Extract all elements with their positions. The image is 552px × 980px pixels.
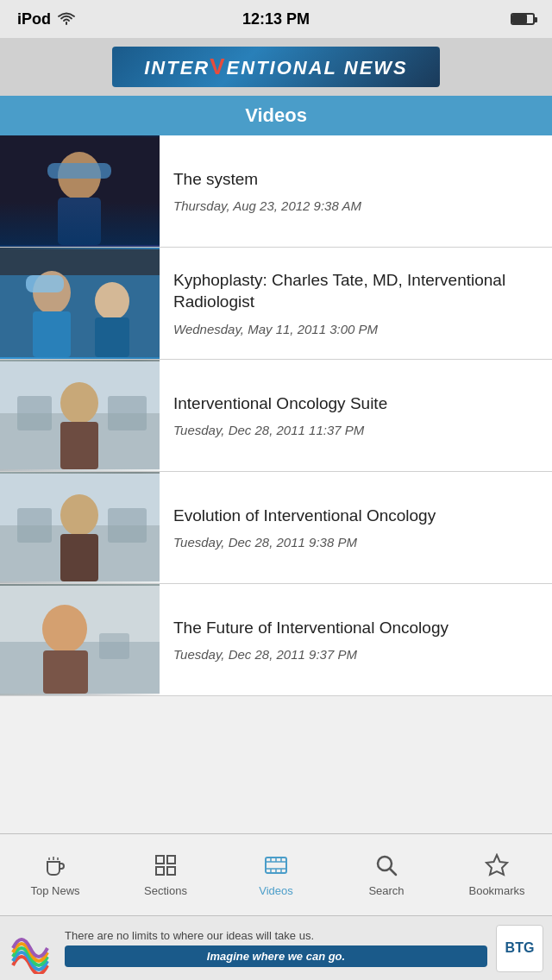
svg-rect-20	[60, 534, 98, 581]
ad-banner: There are no limits to where our ideas w…	[0, 915, 552, 980]
video-date-5: Tuesday, Dec 28, 2011 9:37 PM	[173, 647, 538, 662]
video-thumbnail-4	[0, 472, 160, 583]
tab-search-label: Search	[368, 884, 404, 897]
video-date-1: Thursday, Aug 23, 2012 9:38 AM	[173, 198, 538, 213]
tab-bookmarks-label: Bookmarks	[468, 884, 524, 897]
svg-rect-14	[60, 422, 98, 469]
device-name: iPod	[17, 10, 51, 28]
video-info-3: Interventional Oncology Suite Tuesday, D…	[160, 360, 552, 471]
battery-icon	[511, 13, 535, 25]
video-thumbnail-3	[0, 360, 160, 471]
ad-content: There are no limits to where our ideas w…	[65, 929, 487, 967]
video-date-3: Tuesday, Dec 28, 2011 11:37 PM	[173, 423, 538, 437]
film-icon	[264, 853, 288, 881]
header-logo-area: INTERVENTIONAL NEWS	[0, 38, 552, 96]
tab-search[interactable]: Search	[331, 846, 442, 904]
coffee-icon	[43, 853, 67, 881]
video-thumbnail-1	[0, 135, 160, 247]
logo-text: INTERVENTIONAL NEWS	[144, 57, 408, 79]
video-info-4: Evolution of Interventional Oncology Tue…	[160, 472, 552, 583]
video-thumbnail-2	[0, 248, 160, 359]
svg-rect-27	[99, 633, 129, 659]
video-info-2: Kyphoplasty: Charles Tate, MD, Intervent…	[160, 248, 552, 359]
svg-rect-16	[108, 396, 147, 430]
status-bar: iPod 12:13 PM	[0, 0, 552, 38]
video-thumbnail-5	[0, 584, 160, 695]
tab-top-news-label: Top News	[30, 884, 79, 897]
tab-videos[interactable]: Videos	[221, 846, 331, 904]
grid-icon	[154, 853, 178, 881]
svg-rect-7	[33, 311, 71, 357]
video-title-5: The Future of Interventional Oncology	[173, 618, 538, 639]
svg-line-45	[390, 869, 396, 875]
table-row[interactable]: The system Thursday, Aug 23, 2012 9:38 A…	[0, 135, 552, 248]
btg-logo: BTG	[496, 925, 543, 972]
star-icon	[485, 853, 509, 881]
svg-rect-33	[156, 867, 164, 875]
status-right	[511, 13, 535, 25]
search-icon	[374, 853, 398, 881]
tab-top-news[interactable]: Top News	[0, 846, 110, 904]
section-header: Videos	[0, 96, 552, 135]
svg-rect-8	[26, 275, 64, 292]
video-title-3: Interventional Oncology Suite	[173, 393, 538, 415]
status-left: iPod	[17, 10, 75, 28]
tab-videos-label: Videos	[259, 884, 293, 897]
tab-bar: Top News Sections	[0, 833, 552, 915]
svg-point-13	[60, 382, 98, 424]
svg-marker-46	[486, 855, 507, 875]
svg-rect-21	[17, 508, 52, 543]
ad-button[interactable]: Imagine where we can go.	[65, 945, 487, 967]
svg-rect-15	[17, 396, 52, 430]
table-row[interactable]: Evolution of Interventional Oncology Tue…	[0, 472, 552, 584]
svg-rect-34	[167, 867, 175, 875]
video-date-4: Tuesday, Dec 28, 2011 9:38 PM	[173, 535, 538, 550]
wifi-icon	[58, 12, 75, 26]
svg-point-9	[95, 282, 129, 320]
status-time: 12:13 PM	[242, 10, 310, 28]
video-info-5: The Future of Interventional Oncology Tu…	[160, 584, 552, 695]
video-title-1: The system	[173, 169, 538, 191]
ad-waves-graphic	[9, 922, 56, 974]
table-row[interactable]: Kyphoplasty: Charles Tate, MD, Intervent…	[0, 248, 552, 360]
svg-rect-10	[95, 317, 129, 357]
video-list: The system Thursday, Aug 23, 2012 9:38 A…	[0, 135, 552, 841]
video-list-container: The system Thursday, Aug 23, 2012 9:38 A…	[0, 135, 552, 696]
video-info-1: The system Thursday, Aug 23, 2012 9:38 A…	[160, 135, 552, 247]
video-date-2: Wednesday, May 11, 2011 3:00 PM	[173, 322, 538, 336]
tab-sections[interactable]: Sections	[110, 846, 221, 904]
tab-bookmarks[interactable]: Bookmarks	[442, 846, 552, 904]
section-title: Videos	[245, 104, 307, 126]
ad-text-top: There are no limits to where our ideas w…	[65, 929, 487, 942]
svg-rect-26	[43, 650, 88, 694]
svg-rect-31	[156, 856, 164, 864]
video-title-4: Evolution of Interventional Oncology	[173, 506, 538, 527]
table-row[interactable]: Interventional Oncology Suite Tuesday, D…	[0, 360, 552, 472]
table-row[interactable]: The Future of Interventional Oncology Tu…	[0, 584, 552, 696]
svg-rect-3	[47, 163, 111, 179]
tab-sections-label: Sections	[144, 884, 187, 897]
video-title-2: Kyphoplasty: Charles Tate, MD, Intervent…	[173, 270, 538, 312]
logo-slash: V	[210, 53, 226, 79]
svg-rect-5	[0, 275, 160, 357]
logo-box: INTERVENTIONAL NEWS	[112, 47, 440, 87]
svg-rect-32	[167, 856, 175, 864]
svg-point-19	[60, 494, 98, 536]
svg-rect-22	[108, 508, 147, 543]
svg-point-25	[42, 605, 87, 653]
svg-rect-2	[58, 198, 101, 245]
